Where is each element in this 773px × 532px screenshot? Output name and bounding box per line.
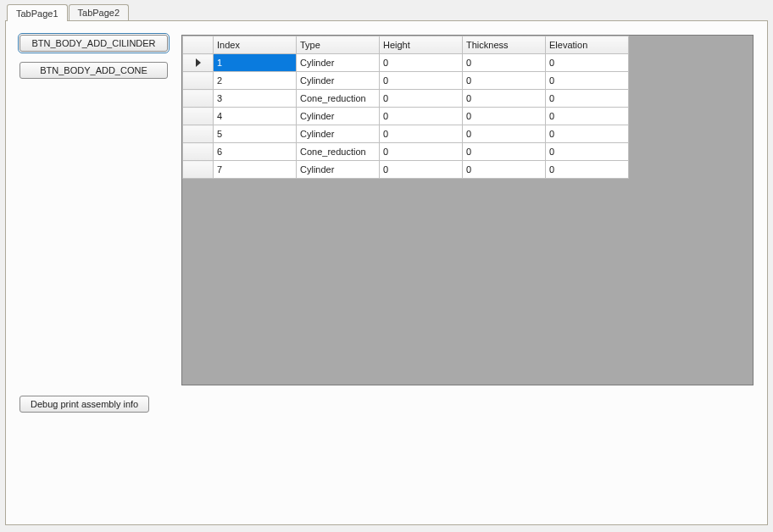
cell-index[interactable]: 4	[214, 108, 297, 125]
bottom-panel: Debug print assembly info	[19, 396, 754, 413]
cell-index[interactable]: 3	[214, 90, 297, 108]
cell-index[interactable]: 5	[214, 125, 297, 143]
table-row: 3Cone_reduction000	[183, 90, 629, 108]
cell-index[interactable]: 1	[214, 54, 297, 72]
row-header[interactable]	[183, 54, 214, 72]
table-row: 5Cylinder000	[183, 125, 629, 143]
cell-height[interactable]: 0	[380, 90, 463, 108]
cell-elevation[interactable]: 0	[546, 108, 629, 125]
cell-thickness[interactable]: 0	[463, 90, 546, 108]
cell-index[interactable]: 2	[214, 72, 297, 90]
table-row: 2Cylinder000	[183, 72, 629, 90]
col-header-type[interactable]: Type	[297, 36, 380, 54]
cell-elevation[interactable]: 0	[546, 143, 629, 161]
tab-page-1: BTN_BODY_ADD_CILINDER BTN_BODY_ADD_CONE …	[5, 20, 768, 525]
table-row: 1Cylinder000	[183, 54, 629, 72]
cell-thickness[interactable]: 0	[463, 143, 546, 161]
table-row: 6Cone_reduction000	[183, 143, 629, 161]
cell-elevation[interactable]: 0	[546, 161, 629, 179]
cell-type[interactable]: Cone_reduction	[297, 143, 380, 161]
table-row: 4Cylinder000	[183, 108, 629, 125]
tab-control: TabPage1 TabPage2 BTN_BODY_ADD_CILINDER …	[0, 0, 773, 525]
cell-thickness[interactable]: 0	[463, 161, 546, 179]
datagridview[interactable]: Index Type Height Thickness Elevation 1C…	[181, 35, 754, 385]
cell-elevation[interactable]: 0	[546, 72, 629, 90]
current-row-indicator-icon	[196, 58, 201, 67]
grid-corner-header[interactable]	[183, 36, 214, 54]
cell-index[interactable]: 6	[214, 143, 297, 161]
col-header-height[interactable]: Height	[380, 36, 463, 54]
cell-height[interactable]: 0	[380, 108, 463, 125]
cell-type[interactable]: Cylinder	[297, 125, 380, 143]
row-header[interactable]	[183, 90, 214, 108]
cell-height[interactable]: 0	[380, 161, 463, 179]
add-cone-button[interactable]: BTN_BODY_ADD_CONE	[19, 62, 168, 79]
col-header-thickness[interactable]: Thickness	[463, 36, 546, 54]
grid-body: 1Cylinder0002Cylinder0003Cone_reduction0…	[183, 54, 629, 179]
grid-header-row: Index Type Height Thickness Elevation	[183, 36, 629, 54]
left-panel: BTN_BODY_ADD_CILINDER BTN_BODY_ADD_CONE	[19, 35, 168, 79]
cell-elevation[interactable]: 0	[546, 90, 629, 108]
table-row: 7Cylinder000	[183, 161, 629, 179]
cell-type[interactable]: Cylinder	[297, 161, 380, 179]
add-cylinder-button[interactable]: BTN_BODY_ADD_CILINDER	[19, 35, 168, 52]
cell-type[interactable]: Cylinder	[297, 108, 380, 125]
cell-height[interactable]: 0	[380, 143, 463, 161]
cell-height[interactable]: 0	[380, 125, 463, 143]
debug-print-button[interactable]: Debug print assembly info	[19, 396, 149, 413]
cell-type[interactable]: Cone_reduction	[297, 90, 380, 108]
cell-thickness[interactable]: 0	[463, 108, 546, 125]
cell-height[interactable]: 0	[380, 54, 463, 72]
cell-elevation[interactable]: 0	[546, 54, 629, 72]
cell-thickness[interactable]: 0	[463, 125, 546, 143]
tab-strip: TabPage1 TabPage2	[0, 2, 773, 20]
col-header-elevation[interactable]: Elevation	[546, 36, 629, 54]
col-header-index[interactable]: Index	[214, 36, 297, 54]
content-row: BTN_BODY_ADD_CILINDER BTN_BODY_ADD_CONE …	[19, 35, 754, 385]
tab-tabpage1[interactable]: TabPage1	[7, 4, 68, 21]
cell-height[interactable]: 0	[380, 72, 463, 90]
cell-elevation[interactable]: 0	[546, 125, 629, 143]
row-header[interactable]	[183, 72, 214, 90]
cell-thickness[interactable]: 0	[463, 72, 546, 90]
tab-tabpage2[interactable]: TabPage2	[69, 4, 130, 20]
row-header[interactable]	[183, 125, 214, 143]
cell-type[interactable]: Cylinder	[297, 72, 380, 90]
cell-type[interactable]: Cylinder	[297, 54, 380, 72]
grid-table: Index Type Height Thickness Elevation 1C…	[182, 36, 629, 179]
row-header[interactable]	[183, 143, 214, 161]
row-header[interactable]	[183, 108, 214, 125]
row-header[interactable]	[183, 161, 214, 179]
cell-thickness[interactable]: 0	[463, 54, 546, 72]
cell-index[interactable]: 7	[214, 161, 297, 179]
